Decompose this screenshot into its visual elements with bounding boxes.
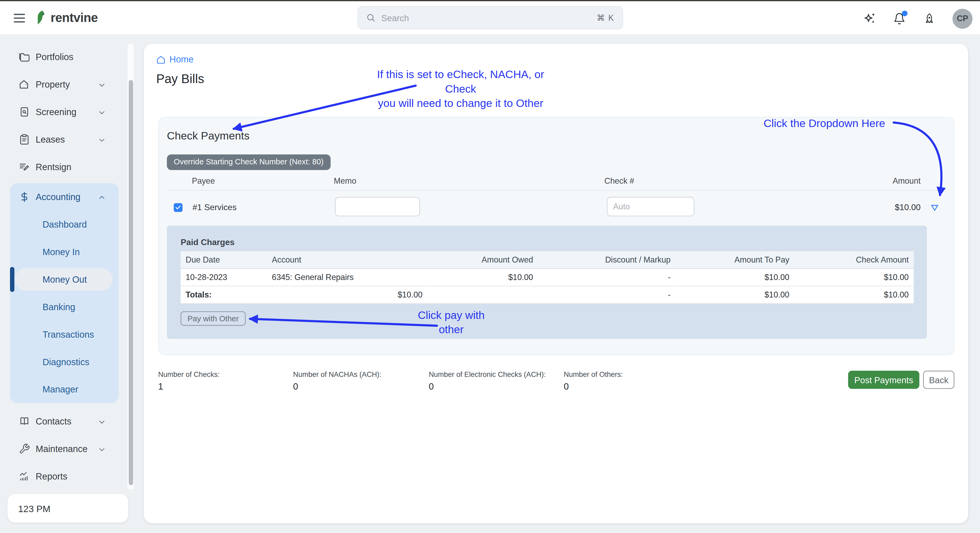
back-button[interactable]: Back <box>923 371 955 389</box>
chevron-down-icon <box>98 109 105 116</box>
totals-amount: $10.00 <box>267 286 428 304</box>
payment-method-dropdown-icon[interactable] <box>931 204 939 211</box>
sidebar-item-property[interactable]: Property <box>0 71 138 98</box>
sidebar-item-label: Rentsign <box>36 162 72 172</box>
paid-charges-table: Due Date Account Amount Owed Discount / … <box>181 251 914 304</box>
totals-label: Totals: <box>181 286 267 304</box>
sidebar-scrollbar-thumb[interactable] <box>128 80 133 485</box>
house-icon <box>19 79 30 90</box>
sidebar-item-label: Contacts <box>36 416 72 426</box>
annotation-change-to-other: If this is set to eCheck, NACHA, or Chec… <box>358 67 564 111</box>
sidebar-item-accounting[interactable]: Accounting <box>10 183 119 211</box>
override-check-number-button[interactable]: Override Starting Check Number (Next: 80… <box>167 154 331 170</box>
annotation-line: other <box>407 323 495 337</box>
annotation-line: If this is set to eCheck, NACHA, or <box>358 67 564 82</box>
chevron-down-icon <box>98 81 105 89</box>
search-placeholder: Search <box>381 13 409 23</box>
rentvine-logo[interactable]: rentvine <box>36 9 98 26</box>
chevron-down-icon <box>98 445 105 453</box>
sidebar-item-reports[interactable]: Reports <box>0 463 138 490</box>
sidebar-accounting-section: Accounting Dashboard Money In Money Out … <box>10 183 119 403</box>
summary-label: Number of Others: <box>564 371 623 378</box>
dollar-icon <box>19 191 30 203</box>
sidebar-item-diagnostics[interactable]: Diagnostics <box>10 348 119 376</box>
cell-check-amount: $10.00 <box>794 269 913 286</box>
search-input[interactable]: Search ⌘ K <box>358 6 623 29</box>
annotation-line: Check <box>358 82 564 96</box>
col-amount-owed: Amount Owed <box>428 251 538 268</box>
check-number-input[interactable] <box>607 197 695 216</box>
cell-discount-markup: - <box>538 269 676 286</box>
main-content-card: Home Pay Bills Check Payments Override S… <box>144 44 968 523</box>
annotation-line: Click the Dropdown Here <box>756 116 892 130</box>
sidebar-item-banking[interactable]: Banking <box>10 293 119 321</box>
sidebar-item-dashboard[interactable]: Dashboard <box>10 211 119 238</box>
cell-due-date: 10-28-2023 <box>181 269 267 286</box>
summary-number-of-nachas: Number of NACHAs (ACH): 0 <box>293 371 382 391</box>
sidebar-item-contacts[interactable]: Contacts <box>0 407 138 435</box>
home-icon <box>156 55 165 64</box>
summary-label: Number of NACHAs (ACH): <box>293 371 382 378</box>
sidebar-item-label: Screening <box>36 107 76 117</box>
breadcrumb-home-link[interactable]: Home <box>169 54 193 65</box>
totals-discount-markup: - <box>538 286 676 304</box>
col-due-date: Due Date <box>181 251 267 268</box>
sparkles-icon <box>863 12 876 25</box>
sidebar-item-label: Portfolios <box>36 52 73 62</box>
col-account: Account <box>267 251 428 268</box>
sidebar-item-money-in[interactable]: Money In <box>10 238 119 266</box>
sidebar-item-label: Property <box>36 80 70 89</box>
col-check-amount: Check Amount <box>794 251 913 268</box>
col-amount-to-pay: Amount To Pay <box>676 251 794 268</box>
sidebar-item-money-out[interactable]: Money Out <box>10 266 119 293</box>
sidebar-item-label: Dashboard <box>43 220 87 229</box>
check-icon <box>175 204 181 211</box>
check-payments-section: Check Payments Override Starting Check N… <box>158 117 955 355</box>
rocket-icon <box>923 12 935 25</box>
ai-assistant-button[interactable] <box>862 12 876 25</box>
sidebar-nav-bottom: Contacts Maintenance Reports <box>0 407 138 490</box>
summary-label: Number of Electronic Checks (ACH): <box>429 371 546 378</box>
page-title: Pay Bills <box>156 72 204 86</box>
menu-icon[interactable] <box>14 14 25 22</box>
whats-new-button[interactable] <box>923 12 936 25</box>
notification-badge <box>902 10 907 16</box>
post-payments-button[interactable]: Post Payments <box>848 371 920 389</box>
user-avatar[interactable]: CP <box>953 8 973 29</box>
column-header-memo: Memo <box>334 176 356 186</box>
section-title: Check Payments <box>167 129 250 143</box>
sidebar-item-leases[interactable]: Leases <box>0 126 138 153</box>
sidebar-item-label: Banking <box>43 302 75 312</box>
sidebar-item-portfolios[interactable]: Portfolios <box>0 43 138 71</box>
chevron-down-icon <box>98 136 105 144</box>
sidebar: Portfolios Property Screening <box>0 34 138 533</box>
sidebar-item-transactions[interactable]: Transactions <box>10 321 119 348</box>
clock-widget: 123 PM <box>7 494 128 523</box>
sidebar-item-screening[interactable]: Screening <box>0 98 138 126</box>
pay-with-other-button[interactable]: Pay with Other <box>181 311 246 326</box>
payee-checkbox[interactable] <box>174 203 183 212</box>
sidebar-item-label: Money In <box>43 247 80 257</box>
document-search-icon <box>19 107 30 118</box>
sidebar-item-label: Manager <box>43 385 78 395</box>
sidebar-item-rentsign[interactable]: Rentsign <box>0 153 138 181</box>
sidebar-item-maintenance[interactable]: Maintenance <box>0 435 138 463</box>
cell-account: 6345: General Repairs <box>267 269 428 286</box>
notifications-button[interactable] <box>892 12 906 25</box>
payment-amount: $10.00 <box>895 202 921 212</box>
totals-amount-owed <box>428 286 538 304</box>
summary-value: 0 <box>564 381 623 391</box>
summary-number-of-checks: Number of Checks: 1 <box>158 371 220 391</box>
memo-input[interactable] <box>335 197 420 216</box>
chevron-down-icon <box>98 418 105 426</box>
breadcrumb[interactable]: Home <box>156 54 194 65</box>
paid-charges-title: Paid Charges <box>181 238 235 247</box>
wrench-icon <box>19 443 30 455</box>
column-header-amount: Amount <box>892 176 921 186</box>
table-row: 10-28-2023 6345: General Repairs $10.00 … <box>181 269 914 286</box>
column-header-check-number: Check # <box>604 176 634 186</box>
rentvine-logo-icon <box>36 9 46 26</box>
sidebar-item-manager[interactable]: Manager <box>10 376 119 403</box>
table-header-row: Due Date Account Amount Owed Discount / … <box>181 251 914 268</box>
annotation-line: you will need to change it to Other <box>358 96 564 111</box>
